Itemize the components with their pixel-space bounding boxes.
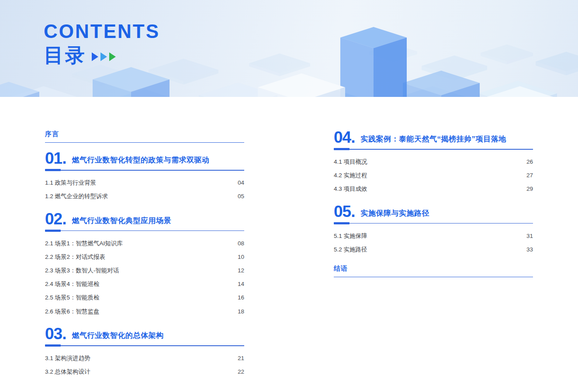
entry-label: 4.3 项目成效 — [334, 185, 367, 193]
play-arrow-icon — [109, 52, 116, 61]
entry-page-number: 14 — [238, 281, 244, 287]
toc-page: CONTENTS 目录 序言01.燃气行业数智化转型的政策与需求双驱动1.1 政… — [0, 0, 578, 392]
banner-title-block: CONTENTS 目录 — [44, 22, 160, 65]
toc-entry-row[interactable]: 2.1 场景1：智慧燃气AI知识库08 — [45, 237, 244, 250]
toc-entry-row[interactable]: 4.2 实施过程27 — [334, 169, 533, 182]
entry-label: 2.1 场景1：智慧燃气AI知识库 — [45, 240, 123, 248]
entry-label: 2.2 场景2：对话式报表 — [45, 253, 105, 261]
entry-page-number: 26 — [526, 158, 533, 165]
section-heading: 04.实践案例：泰能天然气“揭榜挂帅”项目落地 — [334, 131, 533, 144]
divider-line — [350, 149, 533, 150]
entry-page-number: 22 — [238, 368, 244, 375]
entry-label: 1.1 政策与行业背景 — [45, 179, 96, 187]
section-title: 燃气行业数智化的总体架构 — [72, 330, 163, 340]
divider-accent-bar — [45, 169, 61, 171]
cube-shape — [481, 45, 533, 61]
entry-page-number: 21 — [238, 355, 244, 361]
toc-section: 03.燃气行业数智化的总体架构3.1 架构演进趋势213.2 总体架构设计22 — [45, 327, 244, 379]
entry-label: 3.2 总体架构设计 — [45, 368, 90, 376]
section-heading: 05.实施保障与实施路径 — [334, 205, 533, 218]
cube-shape — [422, 55, 487, 76]
entry-label: 4.2 实施过程 — [334, 172, 367, 179]
entry-label: 2.5 场景5：智能质检 — [45, 294, 100, 302]
entry-page-number: 33 — [526, 246, 533, 253]
toc-section: 01.燃气行业数智化转型的政策与需求双驱动1.1 政策与行业背景041.2 燃气… — [45, 152, 244, 203]
entry-page-number: 29 — [526, 186, 533, 192]
entry-label: 2.6 场景6：智慧监盘 — [45, 308, 100, 316]
entry-list: 3.1 架构演进趋势213.2 总体架构设计22 — [45, 351, 244, 378]
section-title: 燃气行业数智化转型的政策与需求双驱动 — [72, 155, 209, 165]
toc-column-right: 04.实践案例：泰能天然气“揭榜挂帅”项目落地4.1 项目概况264.2 实施过… — [334, 97, 533, 277]
divider-accent-bar — [334, 222, 350, 224]
section-title: 燃气行业数智化典型应用场景 — [72, 216, 171, 226]
section-number: 01. — [45, 152, 66, 165]
section-number: 02. — [45, 213, 66, 226]
toc-entry-row[interactable]: 4.1 项目概况26 — [334, 155, 533, 168]
section-number: 04. — [334, 131, 355, 144]
entry-list: 2.1 场景1：智慧燃气AI知识库082.2 场景2：对话式报表102.3 场景… — [45, 237, 244, 318]
entry-page-number: 04 — [238, 179, 244, 186]
entry-label: 4.1 项目概况 — [334, 158, 367, 166]
entry-label: 3.1 架构演进趋势 — [45, 354, 90, 362]
section-divider — [334, 148, 533, 150]
section-heading: 02.燃气行业数智化典型应用场景 — [45, 213, 244, 226]
toc-entry-row[interactable]: 2.6 场景6：智慧监盘18 — [45, 305, 244, 318]
divider-accent-bar — [45, 230, 61, 232]
toc-plain-heading[interactable]: 序言 — [45, 130, 244, 143]
play-arrow-icon — [92, 52, 98, 61]
section-heading: 03.燃气行业数智化的总体架构 — [45, 327, 244, 340]
divider-accent-bar — [334, 148, 350, 150]
toc-entry-row[interactable]: 5.1 实施保障31 — [334, 229, 533, 243]
toc-entry-row[interactable]: 1.1 政策与行业背景04 — [45, 176, 244, 189]
toc-entry-row[interactable]: 3.1 架构演进趋势21 — [45, 351, 244, 365]
toc-section: 04.实践案例：泰能天然气“揭榜挂帅”项目落地4.1 项目概况264.2 实施过… — [334, 131, 533, 196]
toc-entry-row[interactable]: 1.2 燃气企业的转型诉求05 — [45, 190, 244, 203]
entry-page-number: 31 — [526, 233, 533, 239]
entry-page-number: 27 — [526, 172, 533, 179]
toc-plain-heading[interactable]: 结语 — [334, 265, 533, 277]
section-title: 实践案例：泰能天然气“揭榜挂帅”项目落地 — [360, 134, 506, 144]
entry-label: 5.1 实施保障 — [334, 232, 367, 240]
toc-entry-row[interactable]: 3.2 总体架构设计22 — [45, 365, 244, 379]
toc-section: 05.实施保障与实施路径5.1 实施保障315.2 实施路径33 — [334, 205, 533, 257]
play-arrow-icon — [100, 52, 107, 61]
contents-title-en: CONTENTS — [44, 22, 160, 41]
divider-line — [61, 230, 244, 231]
toc-entry-row[interactable]: 5.2 实施路径33 — [334, 243, 533, 256]
section-divider — [45, 344, 244, 347]
entry-label: 2.4 场景4：智能巡检 — [45, 280, 100, 288]
divider-accent-bar — [45, 344, 61, 347]
entry-label: 5.2 实施路径 — [334, 246, 367, 254]
section-number: 03. — [45, 327, 66, 340]
banner: CONTENTS 目录 — [0, 0, 578, 97]
toc-entry-row[interactable]: 2.4 场景4：智能巡检14 — [45, 278, 244, 291]
entry-label: 2.3 场景3：数智人-智能对话 — [45, 267, 119, 275]
entry-list: 1.1 政策与行业背景041.2 燃气企业的转型诉求05 — [45, 176, 244, 203]
entry-page-number: 10 — [238, 254, 244, 260]
section-title: 实施保障与实施路径 — [360, 208, 429, 218]
toc-plain-section: 序言 — [45, 130, 244, 143]
toc-entry-row[interactable]: 2.3 场景3：数智人-智能对话12 — [45, 264, 244, 277]
entry-page-number: 16 — [238, 294, 244, 301]
divider-line — [61, 345, 244, 346]
entry-page-number: 18 — [238, 308, 244, 315]
entry-list: 4.1 项目概况264.2 实施过程274.3 项目成效29 — [334, 155, 533, 196]
toc-entry-row[interactable]: 2.5 场景5：智能质检16 — [45, 291, 244, 305]
divider-line — [61, 170, 244, 171]
entry-list: 5.1 实施保障315.2 实施路径33 — [334, 229, 533, 256]
section-divider — [45, 169, 244, 171]
toc-plain-section: 结语 — [334, 265, 533, 277]
toc-entry-row[interactable]: 2.2 场景2：对话式报表10 — [45, 250, 244, 264]
section-divider — [334, 222, 533, 224]
cube-shape — [249, 54, 310, 73]
section-number: 05. — [334, 205, 355, 218]
section-divider — [45, 230, 244, 232]
toc-entry-row[interactable]: 4.3 项目成效29 — [334, 182, 533, 196]
contents-title-zh: 目录 — [44, 45, 87, 65]
entry-page-number: 05 — [238, 193, 244, 199]
toc-column-left: 序言01.燃气行业数智化转型的政策与需求双驱动1.1 政策与行业背景041.2 … — [45, 97, 244, 379]
toc-section: 02.燃气行业数智化典型应用场景2.1 场景1：智慧燃气AI知识库082.2 场… — [45, 213, 244, 318]
toc-content: 序言01.燃气行业数智化转型的政策与需求双驱动1.1 政策与行业背景041.2 … — [0, 97, 578, 392]
divider-line — [350, 223, 533, 224]
triple-play-arrow-icon — [92, 52, 118, 61]
